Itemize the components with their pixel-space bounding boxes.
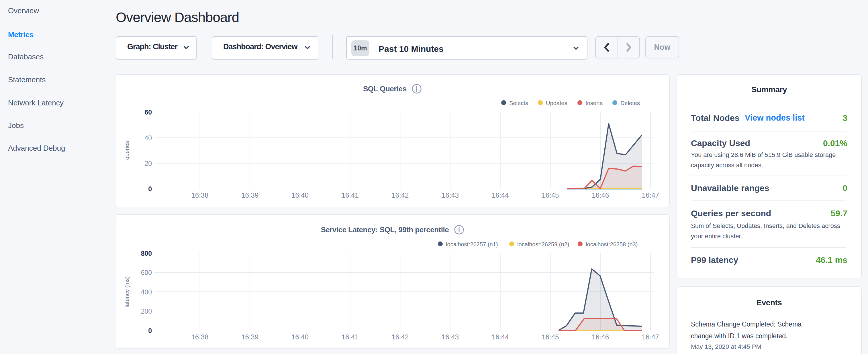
svg-text:16:40: 16:40 bbox=[291, 191, 309, 199]
svg-text:16:46: 16:46 bbox=[592, 191, 609, 199]
svg-text:16:46: 16:46 bbox=[592, 333, 609, 341]
svg-text:16:41: 16:41 bbox=[342, 333, 359, 341]
svg-text:200: 200 bbox=[141, 308, 152, 315]
svg-text:400: 400 bbox=[141, 288, 152, 296]
svg-text:16:39: 16:39 bbox=[241, 191, 258, 199]
svg-text:16:45: 16:45 bbox=[541, 333, 559, 341]
svg-text:20: 20 bbox=[145, 160, 152, 167]
svg-text:16:42: 16:42 bbox=[392, 333, 409, 341]
svg-text:60: 60 bbox=[145, 108, 152, 116]
svg-text:16:38: 16:38 bbox=[191, 333, 208, 341]
svg-text:16:42: 16:42 bbox=[392, 191, 409, 199]
svg-text:16:38: 16:38 bbox=[191, 191, 208, 199]
svg-text:16:41: 16:41 bbox=[342, 191, 359, 199]
svg-text:16:43: 16:43 bbox=[442, 333, 459, 341]
svg-text:800: 800 bbox=[141, 250, 152, 257]
svg-text:16:39: 16:39 bbox=[241, 333, 258, 341]
svg-text:600: 600 bbox=[141, 269, 152, 277]
svg-text:16:43: 16:43 bbox=[442, 191, 459, 199]
svg-text:40: 40 bbox=[145, 134, 152, 142]
svg-text:latency (ms): latency (ms) bbox=[124, 277, 130, 308]
svg-text:16:47: 16:47 bbox=[642, 191, 659, 199]
svg-text:16:47: 16:47 bbox=[642, 333, 659, 341]
svg-text:16:45: 16:45 bbox=[541, 191, 559, 199]
svg-text:16:40: 16:40 bbox=[291, 333, 309, 341]
svg-text:16:44: 16:44 bbox=[492, 191, 509, 199]
svg-text:0: 0 bbox=[148, 327, 152, 334]
svg-text:queries: queries bbox=[124, 141, 130, 160]
svg-text:16:44: 16:44 bbox=[492, 333, 509, 341]
svg-text:0: 0 bbox=[148, 185, 152, 193]
